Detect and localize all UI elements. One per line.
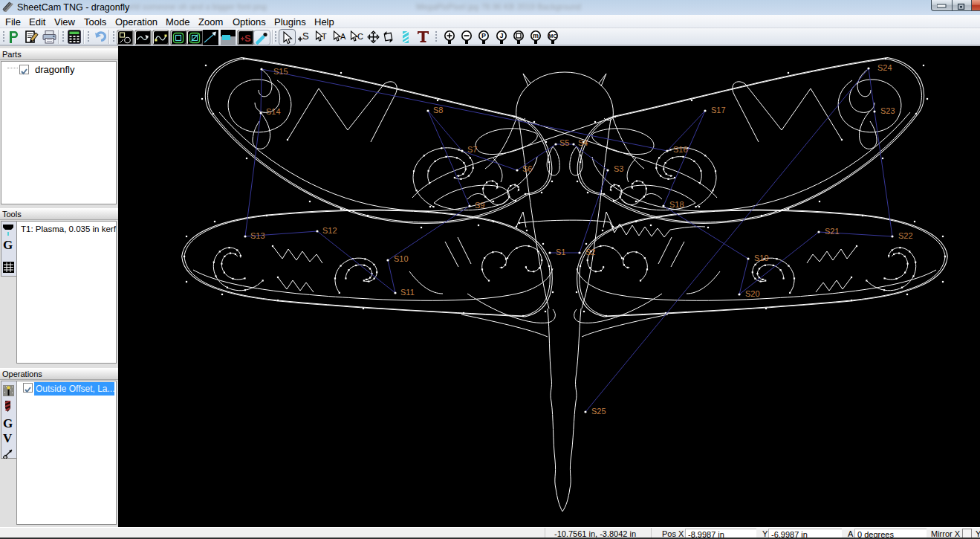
- svg-text:J: J: [499, 32, 503, 39]
- svg-text:C: C: [357, 32, 363, 41]
- svg-text:S19: S19: [754, 254, 769, 262]
- svg-text:S7: S7: [467, 145, 477, 154]
- svg-text:P: P: [481, 32, 486, 39]
- svg-text:S17: S17: [711, 106, 726, 114]
- svg-text:S10: S10: [394, 254, 409, 263]
- svg-text:S21: S21: [825, 227, 840, 236]
- svg-text:S24: S24: [877, 63, 892, 72]
- svg-text:S12: S12: [322, 226, 337, 235]
- svg-text:S4: S4: [578, 138, 588, 147]
- svg-text:S3: S3: [614, 164, 623, 173]
- svg-text:S6: S6: [522, 164, 532, 173]
- svg-text:A: A: [340, 32, 346, 41]
- svg-text:T: T: [322, 32, 327, 41]
- svg-text:S11: S11: [400, 288, 415, 297]
- svg-text:S22: S22: [898, 231, 913, 240]
- svg-text:S9: S9: [475, 201, 484, 210]
- svg-text:S20: S20: [745, 289, 760, 298]
- svg-text:S25: S25: [591, 407, 606, 416]
- svg-text:S18: S18: [669, 200, 684, 209]
- svg-text:m: m: [533, 32, 539, 39]
- svg-text:S: S: [302, 30, 309, 42]
- svg-text:S14: S14: [266, 107, 281, 116]
- svg-text:S2: S2: [585, 248, 595, 256]
- svg-text:S13: S13: [250, 231, 265, 240]
- svg-text:S15: S15: [273, 67, 288, 76]
- svg-text:S: S: [244, 33, 251, 44]
- svg-text:S8: S8: [433, 106, 443, 114]
- svg-text:S23: S23: [880, 106, 895, 115]
- svg-text:S1: S1: [556, 248, 565, 256]
- svg-text:MC: MC: [549, 33, 557, 39]
- svg-text:S16: S16: [673, 145, 688, 154]
- svg-text:S5: S5: [559, 138, 569, 147]
